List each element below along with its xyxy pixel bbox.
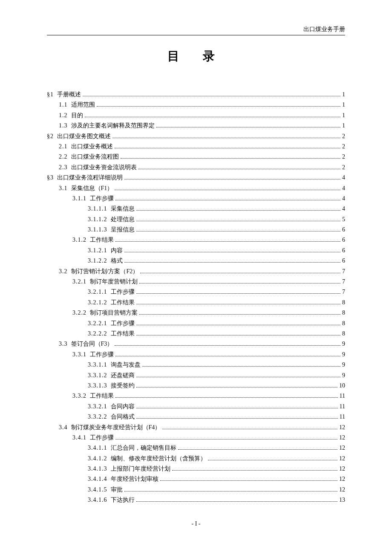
toc-leader-dots — [124, 179, 340, 179]
toc-entry[interactable]: §3出口煤业务流程详细说明4 — [47, 173, 345, 182]
toc-entry[interactable]: 3.3.2.2合同格式11 — [47, 412, 345, 422]
toc-entry-label: 制订年度营销计划 — [90, 277, 138, 286]
toc-entry-page: 12 — [339, 433, 345, 442]
toc-entry[interactable]: 3.2.1.2工作结果8 — [47, 298, 345, 307]
toc-leader-dots — [139, 283, 340, 283]
toc-entry-number: 3.4.1.4 — [88, 474, 111, 484]
toc-entry-number: 3.3.1.1 — [88, 360, 111, 370]
toc-entry-number: 3.1.2.1 — [88, 246, 111, 255]
toc-entry[interactable]: 3.2.1.1工作步骤7 — [47, 287, 345, 297]
toc-entry[interactable]: 3.3签订合同（F3）9 — [47, 339, 345, 349]
toc-entry[interactable]: 1.2目的1 — [47, 111, 345, 120]
toc-leader-dots — [124, 262, 341, 263]
toc-entry[interactable]: 3.2制订营销计划/方案（F2）7 — [47, 267, 345, 276]
toc-entry-label: 出口煤业务资金流说明表 — [71, 163, 137, 172]
toc-entry[interactable]: 3.3.1工作步骤9 — [47, 350, 345, 359]
toc-entry[interactable]: 1.3涉及的主要名词解释及范围界定1 — [47, 121, 345, 130]
toc-entry-number: 3.1.1.3 — [88, 225, 111, 234]
toc-entry-number: 3.3.1.2 — [88, 371, 111, 380]
toc-entry[interactable]: 3.4制订煤炭业务年度经营计划（F4）12 — [47, 423, 345, 432]
toc-leader-dots — [140, 273, 340, 273]
toc-entry-page: 9 — [342, 360, 345, 370]
toc-entry-page: 12 — [339, 454, 345, 463]
toc-entry[interactable]: 3.1.2工作结果6 — [47, 235, 345, 245]
toc-leader-dots — [136, 501, 338, 502]
toc-entry[interactable]: 2.1出口煤业务概述2 — [47, 142, 345, 151]
toc-entry[interactable]: 3.4.1.3上报部门年度经营计划12 — [47, 464, 345, 474]
toc-entry-label: 出口煤业务图文概述 — [57, 132, 111, 141]
toc-entry-page: 12 — [339, 423, 345, 432]
toc-entry[interactable]: 3.2.2.2工作结果8 — [47, 329, 345, 338]
toc-entry-page: 2 — [342, 152, 345, 162]
toc-entry-number: 2.2 — [59, 152, 71, 162]
toc-leader-dots — [115, 241, 340, 242]
toc-entry[interactable]: 2.3出口煤业务资金流说明表2 — [47, 163, 345, 172]
toc-entry-label: 工作步骤 — [111, 319, 135, 328]
toc-entry[interactable]: 3.4.1.1汇总合同，确定销售目标12 — [47, 443, 345, 453]
toc-leader-dots — [121, 158, 341, 159]
toc-entry-number: §2 — [47, 132, 57, 141]
toc-entry[interactable]: §1手册概述1 — [47, 90, 345, 99]
toc-entry-label: 审批 — [111, 485, 123, 494]
toc-entry[interactable]: 3.3.2.1合同内容11 — [47, 402, 345, 411]
toc-entry-label: 工作结果 — [90, 235, 114, 245]
toc-leader-dots — [136, 293, 341, 294]
toc-leader-dots — [172, 470, 338, 471]
page-title: 目 录 — [47, 48, 345, 64]
toc-leader-dots — [139, 314, 340, 315]
toc-entry-number: 3.3.2.1 — [88, 402, 111, 411]
toc-entry-label: 汇总合同，确定销售目标 — [111, 443, 176, 453]
toc-entry[interactable]: 1.1适用范围1 — [47, 100, 345, 110]
toc-entry[interactable]: 3.2.2制订项目营销方案8 — [47, 308, 345, 318]
toc-entry[interactable]: 3.1.2.1内容6 — [47, 246, 345, 255]
toc-entry[interactable]: 3.3.1.1询盘与发盘9 — [47, 360, 345, 370]
toc-entry[interactable]: 3.3.1.2还盘磋商9 — [47, 371, 345, 380]
toc-entry-page: 1 — [342, 90, 345, 99]
toc-entry-number: 3.4.1.1 — [88, 443, 111, 453]
toc-entry[interactable]: 3.2.2.1工作步骤8 — [47, 319, 345, 328]
toc-entry-number: 3.4.1.5 — [88, 485, 111, 494]
toc-entry[interactable]: 3.4.1.4年度经营计划审核12 — [47, 474, 345, 484]
toc-entry-number: 3.4.1 — [72, 433, 90, 442]
toc-entry[interactable]: §2出口煤业务图文概述2 — [47, 132, 345, 141]
toc-entry-number: 3.2.1.1 — [88, 287, 111, 297]
toc-entry[interactable]: 3.3.1.3接受签约10 — [47, 381, 345, 390]
toc-entry-page: 6 — [342, 246, 345, 255]
toc-entry[interactable]: 3.3.2工作结果11 — [47, 391, 345, 401]
toc-entry-page: 6 — [342, 235, 345, 245]
toc-entry[interactable]: 3.1采集信息（F1）4 — [47, 184, 345, 193]
toc-entry[interactable]: 3.2.1制订年度营销计划7 — [47, 277, 345, 286]
toc-entry-page: 11 — [340, 391, 345, 401]
toc-entry-number: 3.4.1.3 — [88, 464, 111, 474]
toc-entry-number: 3.3.2.2 — [88, 412, 111, 422]
toc-entry-number: 3.2.1.2 — [88, 298, 111, 307]
toc-leader-dots — [83, 96, 340, 96]
toc-entry-label: 年度经营计划审核 — [111, 474, 159, 484]
toc-entry[interactable]: 3.4.1.5审批12 — [47, 485, 345, 494]
toc-entry[interactable]: 3.1.1.2处理信息5 — [47, 215, 345, 224]
toc-leader-dots — [208, 460, 338, 460]
toc-leader-dots — [136, 418, 338, 419]
toc-entry[interactable]: 3.1.1.3呈报信息6 — [47, 225, 345, 234]
toc-leader-dots — [136, 325, 341, 325]
toc-leader-dots — [156, 127, 341, 127]
toc-leader-dots — [142, 366, 341, 367]
toc-entry-label: 工作结果 — [111, 329, 135, 338]
toc-entry-label: 还盘磋商 — [111, 371, 135, 380]
toc-entry-number: 3.2.2 — [72, 308, 90, 318]
toc-entry[interactable]: 3.4.1.2编制、修改年度经营计划（含预算）12 — [47, 454, 345, 463]
toc-entry[interactable]: 3.1.1工作步骤4 — [47, 194, 345, 203]
toc-entry-label: 编制、修改年度经营计划（含预算） — [111, 454, 206, 463]
toc-entry[interactable]: 3.1.1.1采集信息4 — [47, 204, 345, 214]
toc-entry-number: 1.2 — [59, 111, 71, 120]
toc-entry[interactable]: 3.4.1工作步骤12 — [47, 433, 345, 442]
toc-entry[interactable]: 3.4.1.6下达执行13 — [47, 495, 345, 505]
toc-leader-dots — [136, 335, 341, 335]
toc-leader-dots — [112, 138, 340, 138]
toc-entry[interactable]: 2.2出口煤业务流程图2 — [47, 152, 345, 162]
toc-entry-number: 3.2 — [59, 267, 71, 276]
table-of-contents: §1手册概述11.1适用范围11.2目的11.3涉及的主要名词解释及范围界定1§… — [47, 90, 345, 505]
toc-entry-number: 3.4 — [59, 423, 71, 432]
toc-entry[interactable]: 3.1.2.2格式6 — [47, 256, 345, 266]
toc-entry-label: 手册概述 — [57, 90, 81, 99]
